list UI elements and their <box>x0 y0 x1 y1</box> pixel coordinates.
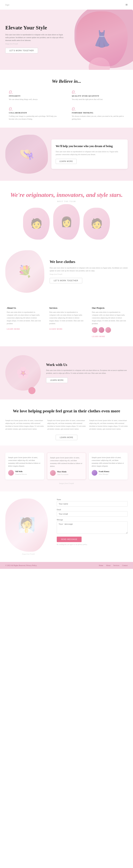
project-images <box>92 327 126 333</box>
contact-form: Name Email Message SEND MESSAGE By sendi… <box>57 498 128 545</box>
name-input[interactable] <box>57 501 128 506</box>
form-group-name: Name <box>57 498 128 506</box>
project-thumb-2 <box>99 327 104 333</box>
testimonial-2: Sample quote lorem ipsum dolor sit amet,… <box>89 453 128 479</box>
test-role-0: Financial Director <box>15 473 27 475</box>
projects-col: Our Projects Duis aute enim dolor in rep… <box>89 303 129 341</box>
feel-great-section: We love helping people feel great in the… <box>0 399 133 445</box>
believe-item-3: 0. FORWARD THINKING We always evaluate w… <box>72 106 124 121</box>
test-avatar-2: Frank Kinney Salon Manager <box>92 470 125 476</box>
services-col: Services Duis aute enim dolor in reprehe… <box>46 303 87 341</box>
submit-button[interactable]: SEND MESSAGE <box>57 537 82 542</box>
contact-image: 🧖 <box>5 498 48 552</box>
footer-link-2[interactable]: Services <box>113 564 119 566</box>
name-label: Name <box>57 498 128 500</box>
services-col-link[interactable]: LEARN MORE <box>49 328 62 330</box>
form-group-message: Message <box>57 519 128 534</box>
believe-section: We Believe in... 0. INTEGRITY We care ab… <box>0 70 133 128</box>
feel-great-cta-button[interactable]: LEARN MORE <box>56 435 77 440</box>
work-title: Work with Us <box>46 363 128 367</box>
hero-section: 👗 Elevate Your Style Duis aute irure dol… <box>0 9 133 70</box>
test-name-0: Nill Wells <box>15 470 27 473</box>
footer-link-0[interactable]: Home <box>99 564 103 566</box>
test-avatar-1: Mary Kindy Chief Accountant <box>50 470 83 476</box>
form-note: By sending this you agree to our privacy… <box>57 544 128 545</box>
believe-title-1: QUALITY OVER QUANTITY <box>72 95 124 97</box>
team-img-1: 🧑 <box>23 208 50 240</box>
love-clothes-cta-button[interactable]: LET'S WORK TOGETHER <box>50 278 82 283</box>
love-clothes-text: Duis aute irure dolor in reprehenderit i… <box>50 267 128 272</box>
believe-item-1: 0. QUALITY OVER QUANTITY You only need t… <box>72 89 124 101</box>
believe-num-2: 0. <box>9 106 61 112</box>
believe-item-0: 0. INTEGRITY We care about doing things … <box>9 89 61 101</box>
footer-links: Home About Services Contact <box>99 564 128 566</box>
work-text: Duis aute irure dolor in reprehenderit i… <box>46 369 128 375</box>
navbar: logo ≡ <box>0 0 133 9</box>
originators-title: We're originators, innovators, and style… <box>5 191 128 199</box>
believe-item-2: 0. COLLABORATION Crafting your image is … <box>9 106 61 121</box>
projects-col-text: Duis aute enim dolor in reprehenderit in… <box>92 311 126 325</box>
contact-image-wrap: 🧖 Image from Freepik <box>5 498 51 555</box>
work-with-us-section: 🌸 Work with Us Duis aute irure dolor in … <box>0 346 133 399</box>
originators-section: We're originators, innovators, and style… <box>0 181 133 243</box>
about-col: About Us Duis aute enim dolor in reprehe… <box>4 303 44 341</box>
feel-col-2: Sample text lorem ipsum dolor sit amet, … <box>47 419 86 430</box>
love-clothes-caption: Image from Freepik <box>50 273 128 275</box>
test-avatar-circle-1 <box>50 470 56 476</box>
test-name-2: Frank Kinney <box>99 470 109 473</box>
testimonial-0: Sample quote lorem ipsum dolor sit amet,… <box>5 453 44 479</box>
believe-title-0: INTEGRITY <box>9 95 61 97</box>
contact-section: 🧖 Image from Freepik Name Email Message … <box>0 491 133 562</box>
about-col-link[interactable]: LEARN MORE <box>7 328 20 330</box>
testimonials-caption: Images from Freepik <box>5 483 128 484</box>
about-col-title: About Us <box>7 307 41 309</box>
believe-num-1: 0. <box>72 89 124 95</box>
hero-cta-button[interactable]: LET'S WORK TOGETHER <box>5 48 38 53</box>
believe-title: We Believe in... <box>9 79 124 84</box>
footer-link-1[interactable]: About <box>106 564 110 566</box>
testimonials-section: Sample quote lorem ipsum dolor sit amet,… <box>0 445 133 491</box>
pink-card-cta-button[interactable]: LEARN MORE <box>56 159 77 164</box>
project-thumb-3 <box>105 327 111 333</box>
believe-grid: 0. INTEGRITY We care about doing things … <box>9 89 124 121</box>
test-quote-1: Sample quote lorem ipsum dolor sit amet,… <box>50 456 83 468</box>
test-quote-0: Sample quote lorem ipsum dolor sit amet,… <box>8 456 41 467</box>
message-label: Message <box>57 519 128 521</box>
believe-num-0: 0. <box>9 89 61 95</box>
team-img-2: 👩 <box>53 204 80 240</box>
feel-col-3: Sample text lorem ipsum dolor sit amet, … <box>89 419 128 430</box>
test-avatar-circle-0 <box>8 470 14 476</box>
believe-text-0: We care about doing things well, always. <box>9 98 61 101</box>
footer-link-3[interactable]: Contact <box>122 564 128 566</box>
testimonials-grid: Sample quote lorem ipsum dolor sit amet,… <box>5 453 128 479</box>
work-cta-button[interactable]: LEARN MORE <box>46 377 68 383</box>
love-clothes-image: 💐 <box>5 250 44 293</box>
footer-copy: © 2023 All Rights Reserved. Privacy Poli… <box>5 564 37 566</box>
love-clothes-section: 💐 We love clothes Duis aute irure dolor … <box>0 243 133 300</box>
about-col-text: Duis aute enim dolor in reprehenderit in… <box>7 311 41 325</box>
pink-card-text: Duis aute irure dolor in reprehenderit i… <box>56 150 124 156</box>
email-label: Email <box>57 508 128 510</box>
projects-col-title: Our Projects <box>92 307 126 309</box>
believe-text-1: You only need the right pieces that will… <box>72 98 124 101</box>
message-textarea[interactable] <box>57 521 128 534</box>
project-thumb-1 <box>92 327 98 333</box>
believe-title-3: FORWARD THINKING <box>72 112 124 114</box>
test-role-1: Chief Accountant <box>57 473 68 476</box>
email-input[interactable] <box>57 511 128 517</box>
pink-card-section: 👒 We'll help you become who you dream of… <box>0 128 133 181</box>
projects-col-link[interactable]: LEARN MORE <box>92 336 105 337</box>
testimonial-1: Sample quote lorem ipsum dolor sit amet,… <box>47 453 86 479</box>
work-content: Work with Us Duis aute irure dolor in re… <box>46 363 128 383</box>
hero-text: Duis aute irure dolor in reprehenderit i… <box>5 33 65 42</box>
love-clothes-content: We love clothes Duis aute irure dolor in… <box>50 259 128 283</box>
hero-title: Elevate Your Style <box>5 25 65 31</box>
hero-content: Elevate Your Style Duis aute irure dolor… <box>5 25 65 53</box>
hero-caption: Image from Freepik <box>5 43 65 45</box>
test-name-1: Mary Kindy <box>57 470 68 473</box>
hero-image: 👗 <box>76 11 128 66</box>
believe-text-3: We always evaluate where you are, where … <box>72 115 124 121</box>
contact-image-caption: Image from Freepik <box>5 553 51 555</box>
three-cols-section: About Us Duis aute enim dolor in reprehe… <box>0 300 133 346</box>
menu-icon[interactable]: ≡ <box>126 2 128 7</box>
